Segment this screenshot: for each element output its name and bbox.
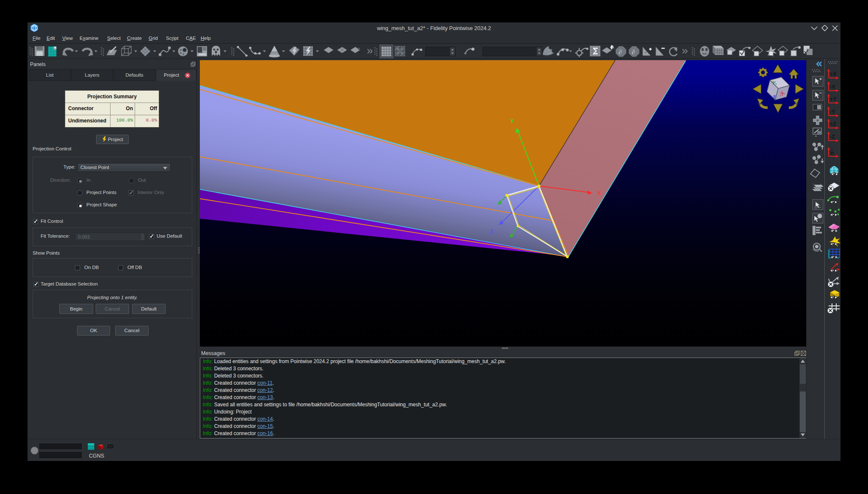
svg-text:Y: Y (510, 118, 514, 124)
svg-text:-X: -X (830, 84, 835, 90)
svg-text:∂: ∂ (619, 49, 622, 56)
svg-text:X: X (597, 190, 601, 196)
svg-text:+Z: +Z (830, 121, 836, 127)
svg-text:Z: Z (490, 229, 494, 235)
svg-text:-Y: -Y (830, 109, 835, 115)
svg-text:∂: ∂ (632, 49, 635, 56)
svg-text:+X: +X (830, 71, 837, 77)
svg-text:n̂: n̂ (830, 150, 834, 156)
svg-text:+Y: +Y (830, 96, 837, 102)
svg-text:-Z: -Z (830, 134, 835, 140)
